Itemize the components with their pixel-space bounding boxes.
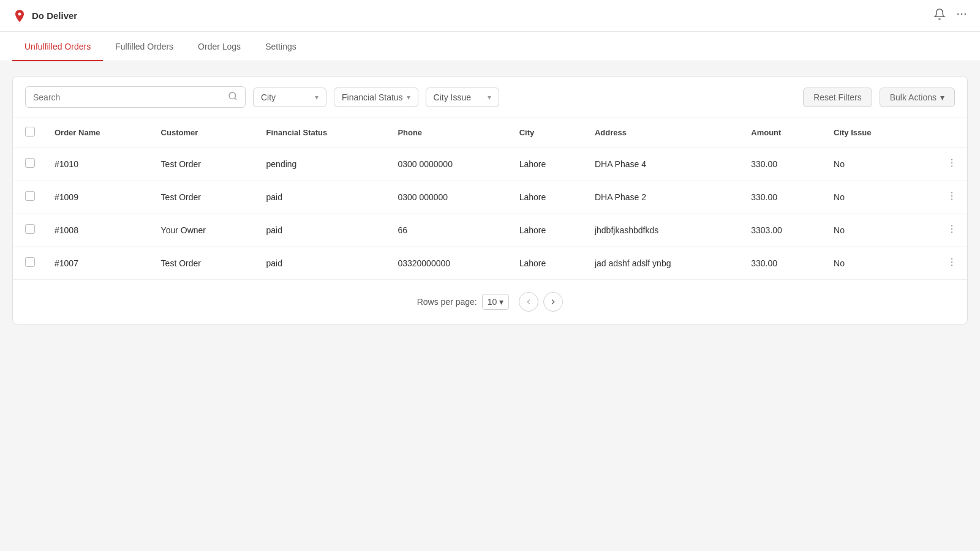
table-row: #1008 Your Owner paid 66 Lahore jhdbfjka…	[13, 214, 967, 247]
cell-customer: Your Owner	[151, 214, 257, 247]
cell-financial-status: paid	[257, 181, 388, 214]
cell-city: Lahore	[510, 247, 585, 280]
col-city-issue: City Issue	[824, 118, 917, 148]
cell-city: Lahore	[510, 148, 585, 181]
prev-page-button[interactable]	[519, 292, 538, 312]
table-card: City ▾ Financial Status ▾ City Issue ▾ R…	[12, 76, 968, 324]
cell-phone: 0300 0000000	[388, 148, 509, 181]
row-menu[interactable]	[917, 214, 967, 247]
cell-customer: Test Order	[151, 181, 257, 214]
svg-point-16	[951, 264, 952, 266]
col-phone: Phone	[388, 118, 509, 148]
col-order-name: Order Name	[45, 118, 151, 148]
rows-per-page-select[interactable]: 10 ▾	[482, 294, 510, 310]
notification-icon[interactable]	[933, 8, 946, 23]
cell-financial-status: paid	[257, 214, 388, 247]
svg-point-13	[951, 231, 952, 233]
svg-point-1	[961, 13, 963, 15]
cell-address: DHA Phase 2	[585, 181, 741, 214]
cell-order-name: #1008	[45, 214, 151, 247]
cell-address: jad adshf adslf ynbg	[585, 247, 741, 280]
cell-customer: Test Order	[151, 247, 257, 280]
cell-amount: 330.00	[741, 247, 824, 280]
col-address: Address	[585, 118, 741, 148]
logo-icon	[12, 9, 27, 23]
tab-settings[interactable]: Settings	[253, 32, 309, 61]
cell-financial-status: pending	[257, 148, 388, 181]
app-title: Do Deliver	[32, 10, 77, 21]
cell-city: Lahore	[510, 181, 585, 214]
next-page-button[interactable]	[543, 292, 563, 312]
row-checkbox[interactable]	[25, 257, 35, 267]
cell-order-name: #1007	[45, 247, 151, 280]
col-customer: Customer	[151, 118, 257, 148]
bulk-actions-button[interactable]: Bulk Actions ▾	[880, 88, 955, 107]
financial-status-filter[interactable]: Financial Status ▾	[334, 88, 418, 107]
svg-point-5	[951, 159, 952, 160]
chevron-down-icon: ▾	[499, 297, 503, 307]
cell-city-issue: No	[824, 214, 917, 247]
tab-order-logs[interactable]: Order Logs	[186, 32, 253, 61]
city-filter[interactable]: City ▾	[253, 88, 326, 107]
select-all-header[interactable]	[13, 118, 45, 148]
row-menu[interactable]	[917, 181, 967, 214]
tab-fulfilled-orders[interactable]: Fulfilled Orders	[103, 32, 186, 61]
city-issue-filter[interactable]: City Issue ▾	[426, 88, 499, 107]
svg-point-6	[951, 162, 952, 163]
nav-tabs: Unfulfilled Orders Fulfilled Orders Orde…	[0, 32, 980, 61]
table-row: #1007 Test Order paid 03320000000 Lahore…	[13, 247, 967, 280]
svg-point-11	[951, 225, 952, 227]
svg-point-8	[951, 192, 952, 193]
cell-address: jhdbfjkashbdfkds	[585, 214, 741, 247]
select-all-checkbox[interactable]	[25, 127, 35, 137]
table-row: #1010 Test Order pending 0300 0000000 La…	[13, 148, 967, 181]
chevron-down-icon: ▾	[407, 93, 410, 102]
more-options-icon[interactable]	[956, 8, 968, 23]
cell-customer: Test Order	[151, 148, 257, 181]
row-checkbox-cell[interactable]	[13, 214, 45, 247]
row-menu[interactable]	[917, 148, 967, 181]
svg-point-12	[951, 228, 952, 230]
cell-phone: 03320000000	[388, 247, 509, 280]
search-icon	[228, 91, 238, 103]
topbar-right	[933, 8, 968, 23]
orders-table: Order Name Customer Financial Status Pho…	[13, 118, 967, 279]
topbar-left: Do Deliver	[12, 9, 77, 23]
svg-point-3	[229, 92, 236, 99]
cell-order-name: #1009	[45, 181, 151, 214]
cell-financial-status: paid	[257, 247, 388, 280]
svg-point-7	[951, 165, 952, 167]
table-row: #1009 Test Order paid 0300 000000 Lahore…	[13, 181, 967, 214]
row-checkbox-cell[interactable]	[13, 148, 45, 181]
row-checkbox[interactable]	[25, 191, 35, 201]
cell-amount: 330.00	[741, 181, 824, 214]
main-content: City ▾ Financial Status ▾ City Issue ▾ R…	[0, 61, 980, 339]
chevron-down-icon: ▾	[315, 93, 318, 102]
table-header-row: Order Name Customer Financial Status Pho…	[13, 118, 967, 148]
chevron-down-icon: ▾	[488, 93, 491, 102]
cell-city-issue: No	[824, 247, 917, 280]
cell-phone: 0300 000000	[388, 181, 509, 214]
row-checkbox[interactable]	[25, 158, 35, 168]
search-wrapper[interactable]	[25, 86, 246, 108]
svg-line-4	[235, 98, 236, 100]
tab-unfulfilled-orders[interactable]: Unfulfilled Orders	[12, 32, 103, 61]
cell-address: DHA Phase 4	[585, 148, 741, 181]
row-checkbox[interactable]	[25, 224, 35, 234]
chevron-down-icon: ▾	[940, 92, 944, 102]
cell-phone: 66	[388, 214, 509, 247]
svg-point-0	[957, 13, 959, 15]
cell-city-issue: No	[824, 181, 917, 214]
svg-point-14	[951, 258, 952, 260]
row-checkbox-cell[interactable]	[13, 181, 45, 214]
page-navigation	[519, 292, 563, 312]
cell-city: Lahore	[510, 214, 585, 247]
col-financial-status: Financial Status	[257, 118, 388, 148]
reset-filters-button[interactable]: Reset Filters	[803, 88, 872, 107]
search-input[interactable]	[33, 92, 223, 102]
col-actions	[917, 118, 967, 148]
col-amount: Amount	[741, 118, 824, 148]
row-menu[interactable]	[917, 247, 967, 280]
col-city: City	[510, 118, 585, 148]
row-checkbox-cell[interactable]	[13, 247, 45, 280]
